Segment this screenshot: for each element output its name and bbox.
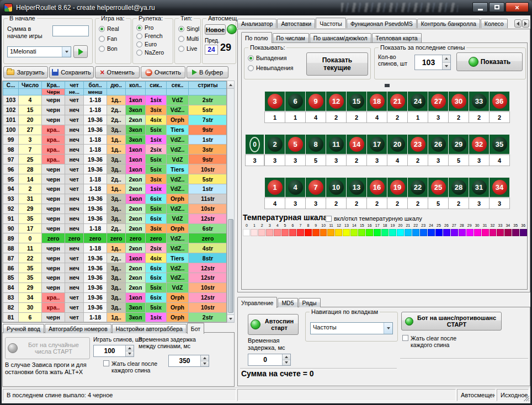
history-row[interactable]: 10027кра..неч19-363д..3кол5sixTiers9str (3, 125, 227, 135)
show-button[interactable]: Показать (456, 52, 523, 71)
radio-nazero[interactable]: NaZero (136, 49, 164, 56)
control-delay-stepper[interactable]: 0 (248, 354, 291, 366)
field-number-9[interactable]: 9 (305, 91, 326, 111)
field-number-0[interactable]: 0 (245, 134, 264, 154)
random-bot-button[interactable]: Бот на случайные числа СТАРТ (5, 337, 90, 359)
tab-анализатор[interactable]: Анализатор (237, 19, 276, 28)
column-header[interactable]: стриты (189, 82, 227, 89)
tab-частоты[interactable]: Частоты (316, 18, 346, 28)
history-row[interactable]: 9725кра..неч19-363д..1кол5sixVdZ9str (3, 154, 227, 164)
field-number-8[interactable]: 8 (305, 134, 326, 154)
field-number-6[interactable]: 6 (285, 91, 306, 111)
column-header[interactable] (107, 89, 126, 95)
column-header[interactable]: Черн (42, 89, 65, 95)
chance-bot-button[interactable]: Бот на шанс/противошанс СТАРТ (401, 312, 502, 331)
chevron-down-icon[interactable] (384, 323, 392, 334)
field-number-26[interactable]: 26 (428, 134, 449, 154)
field-number-20[interactable]: 20 (387, 134, 408, 154)
autospin-button[interactable]: Автоспин старт (248, 314, 299, 335)
history-row[interactable]: 9229черннеч19-363д..2кол5sixVdZ..10str (3, 204, 227, 214)
history-row[interactable]: 10120чернчет19-362д..2кол4sixOrph7str (3, 115, 227, 125)
column-header[interactable] (126, 89, 146, 95)
field-number-28[interactable]: 28 (448, 177, 469, 198)
column-header[interactable]: сик.. (146, 82, 167, 89)
undo-button[interactable]: ×Отменить (95, 66, 140, 78)
scrollbar-thumb[interactable] (228, 219, 233, 313)
column-header[interactable] (19, 89, 42, 95)
clear-button[interactable]: Очистить (141, 66, 185, 78)
preset-combobox[interactable]: 1Melonati (7, 46, 71, 57)
tab-по-полю[interactable]: По полю (241, 32, 272, 43)
field-number-2[interactable]: 2 (264, 134, 285, 154)
column-header[interactable]: сек.. (167, 82, 189, 89)
tab-scroll-right-button[interactable] (522, 19, 529, 28)
spin-up-button[interactable] (201, 355, 209, 361)
temperature-toggle[interactable]: вкл/откл температурную шкалу (326, 215, 422, 222)
spins-stepper[interactable]: 100 (93, 345, 134, 357)
tab-scroll-left-button[interactable] (514, 19, 522, 28)
field-number-35[interactable]: 35 (489, 134, 510, 154)
tab-колесо[interactable]: Колесо (481, 19, 508, 28)
history-row[interactable]: 942чернчет1-181д..2кол1sixVdZ..1str (3, 184, 227, 194)
scroll-up-icon[interactable] (227, 81, 234, 89)
history-row[interactable]: 890zerozerozerozerozerozeroVdZ..zero (3, 233, 227, 243)
field-number-3[interactable]: 3 (264, 91, 285, 111)
maximize-button[interactable] (489, 2, 504, 12)
history-row[interactable]: 8230кра..чет19-363д..3кол5sixOrph10str (3, 302, 227, 312)
field-number-1[interactable]: 1 (264, 177, 285, 198)
minimize-button[interactable] (472, 2, 488, 12)
radio-выпадения[interactable]: Выпадения (248, 55, 293, 61)
title-bar[interactable]: HelperRoullet 8.62 - create helperroulle… (0, 0, 532, 15)
history-row[interactable]: 9514чернчет1-182д..2кол3sixVdZ..5str (3, 174, 227, 184)
spin-up-button[interactable] (283, 354, 290, 360)
spin-down-button[interactable] (126, 351, 134, 357)
field-number-7[interactable]: 7 (305, 177, 326, 198)
history-row[interactable]: 816чернчет1-181д..3кол1sixOrph2str (3, 312, 227, 322)
tab-функционал-psevdoms[interactable]: Функционал PsevdoMS (347, 19, 417, 28)
history-row[interactable]: 10215черннеч1-182д..3кол3sixVdZ..5str (3, 105, 227, 115)
tab-бот[interactable]: Бот (187, 323, 204, 334)
column-header[interactable] (167, 89, 189, 95)
field-number-31[interactable]: 31 (469, 177, 490, 198)
history-row[interactable]: 8722чернчет19-362д..1кол4sixTiers8str (3, 253, 227, 263)
history-row[interactable]: 9331черннеч19-363д..1кол6sixOrph11str (3, 194, 227, 204)
field-number-16[interactable]: 16 (366, 177, 387, 198)
field-number-19[interactable]: 19 (387, 177, 408, 198)
history-row[interactable]: 8811черннеч1-181д..2кол2sixVdZ..4str (3, 243, 227, 253)
column-header[interactable] (3, 89, 19, 95)
tab-по-шансам-дюж-кол[interactable]: По шансам/дюж/кол (310, 33, 371, 42)
tab-настройки-автограббера[interactable]: Настройки автограббера (112, 324, 187, 333)
tab-автоставки[interactable]: Автоставки (277, 19, 315, 28)
tab-управление[interactable]: Управление (237, 297, 277, 308)
bot-clear-checkbox[interactable]: Жать clear после каждого спина (103, 360, 163, 374)
column-header[interactable]: чет (65, 82, 84, 89)
scroll-down-icon[interactable] (227, 315, 234, 322)
field-number-32[interactable]: 32 (469, 134, 490, 154)
history-row[interactable]: 993кра..неч1-181д..3кол1sixVdZ..1str (3, 135, 227, 145)
field-number-29[interactable]: 29 (448, 134, 469, 154)
chevron-down-icon[interactable] (62, 47, 71, 57)
history-row[interactable]: 1034чернчет1-181д..1кол1sixVdZ2str (3, 95, 227, 105)
spin-down-button[interactable] (283, 360, 290, 366)
field-number-12[interactable]: 12 (326, 91, 347, 111)
field-number-33[interactable]: 33 (469, 91, 490, 111)
history-row[interactable]: 9017черннеч1-182д..2кол3sixOrph6str (3, 223, 227, 233)
history-row[interactable]: 8334кра..чет19-363д..1кол6sixOrph12str (3, 292, 227, 302)
field-number-17[interactable]: 17 (366, 134, 387, 154)
spin-down-button[interactable] (201, 361, 209, 367)
field-number-4[interactable]: 4 (285, 177, 306, 198)
column-header[interactable]: дю.. (107, 82, 126, 89)
radio-fan[interactable]: Fan (99, 35, 119, 42)
radio-bon[interactable]: Bon (99, 45, 119, 52)
tab-контроль-банкролла[interactable]: Контроль банкролла (417, 19, 480, 28)
load-button[interactable]: Загрузить (3, 66, 48, 78)
radio-real[interactable]: Real (99, 25, 119, 32)
tab-ряды[interactable]: Ряды (299, 298, 321, 307)
close-button[interactable]: × (506, 2, 529, 12)
history-row[interactable]: 8535черннеч19-363д..2кол6sixVdZ..12str (3, 273, 227, 283)
column-header[interactable] (146, 89, 167, 95)
nav-combobox[interactable]: Частоты (310, 322, 393, 334)
radio-french[interactable]: French (136, 33, 164, 39)
field-number-24[interactable]: 24 (407, 91, 428, 111)
save-button[interactable]: Сохранить (49, 66, 94, 78)
